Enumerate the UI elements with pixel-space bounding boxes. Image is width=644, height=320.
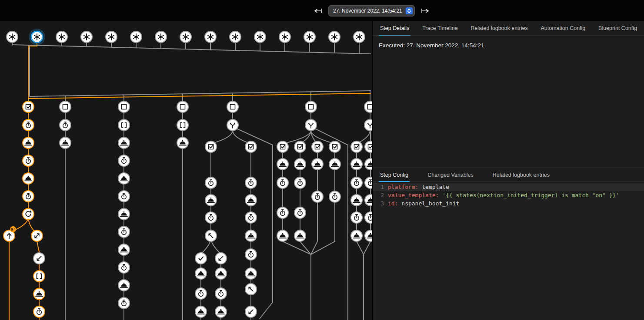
node-delay[interactable] xyxy=(60,119,71,131)
node-service[interactable] xyxy=(277,158,288,170)
next-run-icon[interactable] xyxy=(420,7,430,14)
node-trigger[interactable] xyxy=(81,31,92,43)
node-service[interactable] xyxy=(351,195,362,206)
node-brackets[interactable] xyxy=(118,119,130,131)
trace-graph[interactable]: 9+ xyxy=(0,21,372,320)
node-service[interactable] xyxy=(118,208,130,220)
node-square[interactable] xyxy=(177,101,188,112)
node-service[interactable] xyxy=(312,158,323,170)
node-service[interactable] xyxy=(118,244,130,255)
node-delay[interactable] xyxy=(118,297,130,309)
node-service[interactable] xyxy=(245,268,257,279)
tab-blueprint-config[interactable]: Blueprint Config xyxy=(597,21,638,35)
node-service[interactable] xyxy=(205,195,217,206)
node-delay[interactable] xyxy=(312,191,323,202)
node-service[interactable] xyxy=(365,195,372,206)
node-service[interactable] xyxy=(118,173,130,184)
node-arrow-dl[interactable] xyxy=(215,253,227,264)
node-delay[interactable] xyxy=(329,191,340,202)
tab-related-logbook-entries[interactable]: Related logbook entries xyxy=(469,21,529,35)
node-delay[interactable] xyxy=(33,306,45,317)
tab-related-logbook-entries[interactable]: Related logbook entries xyxy=(491,168,551,181)
node-loop[interactable]: 9+ xyxy=(3,226,16,241)
node-delay[interactable] xyxy=(205,177,217,188)
node-delay[interactable] xyxy=(365,212,372,223)
tab-step-details[interactable]: Step Details xyxy=(379,21,410,35)
node-trigger[interactable] xyxy=(254,31,266,43)
node-trigger[interactable] xyxy=(205,31,216,43)
node-arrow-dl[interactable] xyxy=(33,253,45,264)
node-service[interactable] xyxy=(365,158,372,170)
node-condition[interactable] xyxy=(245,141,257,152)
node-check[interactable] xyxy=(195,253,207,264)
node-delay[interactable] xyxy=(118,262,130,273)
node-delay[interactable] xyxy=(351,177,362,188)
node-arrow-ul[interactable] xyxy=(245,284,257,295)
node-service[interactable] xyxy=(294,230,306,241)
node-service[interactable] xyxy=(215,306,227,317)
node-condition[interactable] xyxy=(312,141,323,152)
node-delay[interactable] xyxy=(195,288,207,299)
node-delay[interactable] xyxy=(351,212,362,223)
node-brackets[interactable] xyxy=(33,271,45,282)
node-square[interactable] xyxy=(118,101,130,112)
node-service[interactable] xyxy=(277,230,288,241)
previous-run-icon[interactable] xyxy=(313,7,323,14)
node-delay[interactable] xyxy=(277,177,288,188)
tab-changed-variables[interactable]: Changed Variables xyxy=(426,168,474,181)
node-delay[interactable] xyxy=(365,177,372,188)
node-trigger[interactable] xyxy=(7,31,18,43)
node-service[interactable] xyxy=(245,230,257,241)
node-choose[interactable] xyxy=(364,119,372,131)
node-square[interactable] xyxy=(364,101,372,112)
node-delay[interactable] xyxy=(294,177,306,188)
node-trigger[interactable] xyxy=(155,31,167,43)
node-delay[interactable] xyxy=(245,249,257,260)
tab-step-config[interactable]: Step Config xyxy=(379,168,410,181)
node-choose[interactable] xyxy=(305,119,317,131)
node-delay[interactable] xyxy=(118,191,130,202)
node-delay[interactable] xyxy=(118,155,130,166)
node-delay[interactable] xyxy=(23,191,34,202)
node-delay[interactable] xyxy=(245,212,257,223)
node-condition[interactable] xyxy=(351,141,362,152)
node-brackets[interactable] xyxy=(177,119,188,131)
node-square[interactable] xyxy=(60,101,71,112)
node-service[interactable] xyxy=(195,306,207,317)
node-condition[interactable] xyxy=(205,141,217,152)
node-condition[interactable] xyxy=(329,141,340,152)
node-trigger[interactable] xyxy=(30,30,44,44)
run-select[interactable]: 27. November 2022, 14:54:21 xyxy=(328,5,415,16)
step-config-editor[interactable]: 1platform: template2value_template: '{{ … xyxy=(373,182,644,320)
node-service[interactable] xyxy=(23,137,34,148)
node-repeat[interactable] xyxy=(23,208,34,220)
node-trigger[interactable] xyxy=(304,31,315,43)
node-condition[interactable] xyxy=(23,101,34,112)
node-delay[interactable] xyxy=(118,226,130,238)
node-trigger[interactable] xyxy=(56,31,67,43)
node-service[interactable] xyxy=(215,268,227,279)
node-square[interactable] xyxy=(227,101,238,112)
node-split[interactable] xyxy=(31,230,43,241)
node-service[interactable] xyxy=(60,137,71,148)
node-arrow-dl[interactable] xyxy=(245,306,257,317)
node-delay[interactable] xyxy=(294,207,306,218)
node-delay[interactable] xyxy=(205,212,217,223)
node-trigger[interactable] xyxy=(180,31,191,43)
node-trigger[interactable] xyxy=(329,31,340,43)
node-arrow-ul[interactable] xyxy=(205,230,217,241)
node-delay[interactable] xyxy=(245,177,257,188)
node-service[interactable] xyxy=(329,158,340,170)
node-condition[interactable] xyxy=(277,141,288,152)
node-condition[interactable] xyxy=(365,141,372,152)
node-delay[interactable] xyxy=(277,207,288,218)
tab-automation-config[interactable]: Automation Config xyxy=(539,21,587,35)
tab-trace-timeline[interactable]: Trace Timeline xyxy=(421,21,459,35)
node-service[interactable] xyxy=(177,137,188,148)
node-service[interactable] xyxy=(245,195,257,206)
node-service[interactable] xyxy=(118,137,130,148)
node-service[interactable] xyxy=(33,288,45,300)
node-choose[interactable] xyxy=(227,119,238,131)
node-service[interactable] xyxy=(365,230,372,241)
trace-graph-pane[interactable]: 9+ xyxy=(0,21,372,320)
